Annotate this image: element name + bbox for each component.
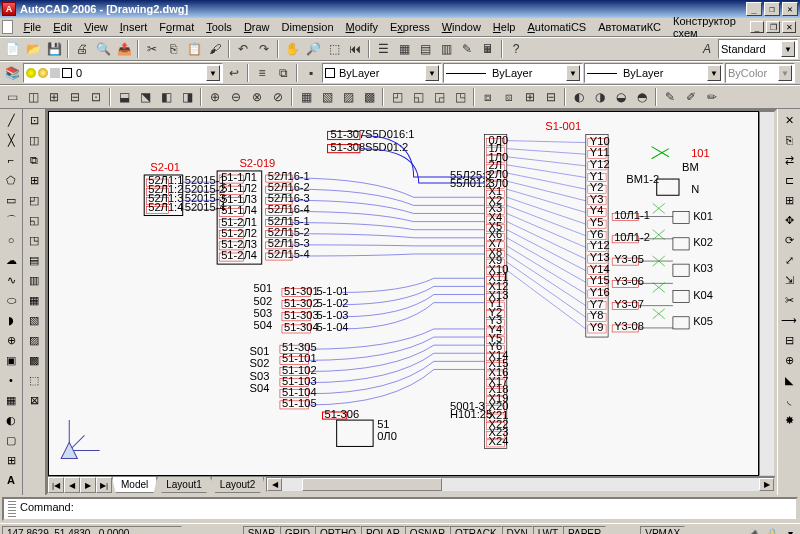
doc-restore[interactable]: ❐ [766,21,780,33]
preview-button[interactable]: 🔍 [93,39,113,59]
stretch-tool[interactable]: ⇲ [779,270,799,290]
c12[interactable]: ⊗ [247,87,267,107]
c28[interactable]: ◒ [611,87,631,107]
c6[interactable]: ⬓ [114,87,134,107]
toolpalette-button[interactable]: ▤ [415,39,435,59]
point-tool[interactable]: • [1,370,21,390]
d4[interactable]: ⊞ [24,170,44,190]
open-button[interactable]: 📂 [23,39,43,59]
toggle-lwt[interactable]: LWT [533,526,563,534]
drawing-canvas[interactable]: S1-001 51-307 S5D016:1 51-308 S5D01:2 [48,111,759,476]
c3[interactable]: ⊞ [44,87,64,107]
menu-insert[interactable]: Insert [114,19,154,35]
d3[interactable]: ⧉ [24,150,44,170]
mtext-tool[interactable]: A [1,470,21,490]
d15[interactable]: ⊠ [24,390,44,410]
layer-states-button[interactable]: ≡ [252,63,272,83]
help-button[interactable]: ? [506,39,526,59]
toggle-snap[interactable]: SNAP [243,526,280,534]
markup-button[interactable]: ✎ [457,39,477,59]
vpmax-toggle[interactable]: VPMAX [640,526,685,534]
extend-tool[interactable]: ⟶ [779,310,799,330]
break-tool[interactable]: ⊟ [779,330,799,350]
gradient-tool[interactable]: ◐ [1,410,21,430]
menu-format[interactable]: Format [153,19,200,35]
d14[interactable]: ⬚ [24,370,44,390]
d7[interactable]: ◳ [24,230,44,250]
menu-file[interactable]: File [17,19,47,35]
offset-tool[interactable]: ⊏ [779,170,799,190]
d9[interactable]: ▥ [24,270,44,290]
insert-tool[interactable]: ⊕ [1,330,21,350]
menu-help[interactable]: Help [487,19,522,35]
d5[interactable]: ◰ [24,190,44,210]
color-button[interactable]: ▪ [301,63,321,83]
plotstyle-dropdown[interactable]: ByColor ▼ [725,63,795,83]
sheetset-button[interactable]: ▥ [436,39,456,59]
table-tool[interactable]: ⊞ [1,450,21,470]
c19[interactable]: ◱ [408,87,428,107]
c18[interactable]: ◰ [387,87,407,107]
c11[interactable]: ⊖ [226,87,246,107]
c30[interactable]: ✎ [660,87,680,107]
menu-tools[interactable]: Tools [200,19,238,35]
pan-button[interactable]: ✋ [282,39,302,59]
d6[interactable]: ◱ [24,210,44,230]
cut-button[interactable]: ✂ [142,39,162,59]
layer-tools-button[interactable]: ⧉ [273,63,293,83]
ellipsearc-tool[interactable]: ◗ [1,310,21,330]
d12[interactable]: ▨ [24,330,44,350]
c32[interactable]: ✏ [702,87,722,107]
toggle-grid[interactable]: GRID [280,526,315,534]
toggle-dyn[interactable]: DYN [502,526,533,534]
copy-button[interactable]: ⎘ [163,39,183,59]
new-button[interactable]: 📄 [2,39,22,59]
matchprop-button[interactable]: 🖌 [205,39,225,59]
tab-first[interactable]: |◀ [48,477,64,493]
linetype-dropdown[interactable]: ByLayer ▼ [443,63,583,83]
menu-express[interactable]: Express [384,19,436,35]
c27[interactable]: ◑ [590,87,610,107]
toggle-ortho[interactable]: ORTHO [315,526,361,534]
vertical-scrollbar[interactable] [759,111,775,476]
c8[interactable]: ◧ [156,87,176,107]
d1[interactable]: ⊡ [24,110,44,130]
scroll-thumb[interactable] [302,478,442,491]
lineweight-dropdown[interactable]: ByLayer ▼ [584,63,724,83]
layer-dropdown[interactable]: 0 ▼ [23,63,223,83]
c16[interactable]: ▨ [338,87,358,107]
tray-icon[interactable]: ▾ [782,526,798,535]
c17[interactable]: ▩ [359,87,379,107]
menu-draw[interactable]: Draw [238,19,276,35]
scale-tool[interactable]: ⤢ [779,250,799,270]
d10[interactable]: ▦ [24,290,44,310]
toggle-paper[interactable]: PAPER [563,526,606,534]
menu-dimension[interactable]: Dimension [276,19,340,35]
d8[interactable]: ▤ [24,250,44,270]
block-tool[interactable]: ▣ [1,350,21,370]
array-tool[interactable]: ⊞ [779,190,799,210]
redo-button[interactable]: ↷ [254,39,274,59]
style-dropdown[interactable]: Standard ▼ [718,39,798,59]
c15[interactable]: ▧ [317,87,337,107]
move-tool[interactable]: ✥ [779,210,799,230]
menu-view[interactable]: View [78,19,114,35]
plot-button[interactable]: 🖨 [72,39,92,59]
properties-button[interactable]: ☰ [373,39,393,59]
close-button[interactable]: ✕ [782,2,798,16]
color-dropdown[interactable]: ByLayer ▼ [322,63,442,83]
menu-modify[interactable]: Modify [340,19,384,35]
pline-tool[interactable]: ⌐ [1,150,21,170]
tab-last[interactable]: ▶| [96,477,112,493]
toggle-polar[interactable]: POLAR [361,526,405,534]
rotate-tool[interactable]: ⟳ [779,230,799,250]
c4[interactable]: ⊟ [65,87,85,107]
circle-tool[interactable]: ○ [1,230,21,250]
publish-button[interactable]: 📤 [114,39,134,59]
menu-edit[interactable]: Edit [47,19,78,35]
chamfer-tool[interactable]: ◣ [779,370,799,390]
zoom-window-button[interactable]: ⬚ [324,39,344,59]
polygon-tool[interactable]: ⬠ [1,170,21,190]
doc-icon[interactable] [2,20,13,34]
ellipse-tool[interactable]: ⬭ [1,290,21,310]
